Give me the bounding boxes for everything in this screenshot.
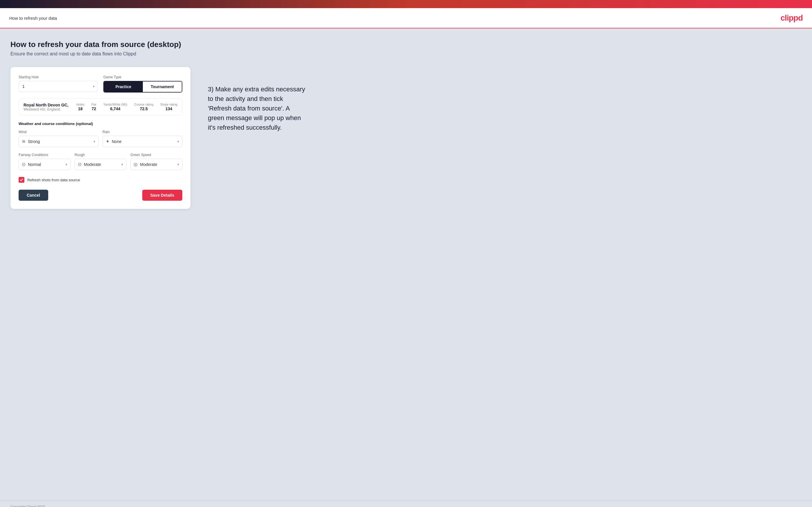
course-rating-value: 72.5 bbox=[140, 106, 148, 111]
tournament-button[interactable]: Tournament bbox=[143, 81, 182, 92]
footer: Copyright Clippd 2022 bbox=[0, 501, 812, 507]
rough-value: Moderate bbox=[84, 162, 101, 167]
sidebar-description: 3) Make any extra edits necessary to the… bbox=[208, 84, 307, 132]
stat-par: Par 72 bbox=[92, 103, 96, 111]
starting-hole-select[interactable]: 1 bbox=[18, 81, 98, 92]
fairway-group: Fairway Conditions ⊙ Normal ▾ bbox=[18, 153, 70, 170]
wind-select[interactable]: ≋ Strong ▾ bbox=[18, 136, 98, 147]
stat-slope-rating: Slope rating 134 bbox=[160, 103, 177, 111]
green-speed-select[interactable]: ◎ Moderate ▾ bbox=[130, 159, 182, 170]
slope-rating-label: Slope rating bbox=[160, 103, 177, 106]
rain-select[interactable]: ✦ None ▾ bbox=[102, 136, 182, 147]
header-title: How to refresh your data bbox=[9, 16, 57, 20]
stat-course-rating: Course rating 72.5 bbox=[134, 103, 153, 111]
yards-value: 6,744 bbox=[110, 106, 120, 111]
game-type-toggle: Practice Tournament bbox=[103, 81, 182, 93]
stat-holes: Holes 18 bbox=[77, 103, 85, 111]
rough-arrow-icon: ▾ bbox=[121, 162, 123, 167]
starting-hole-group: Starting Hole 1 ▾ bbox=[18, 75, 98, 93]
rough-select-wrapper: ⊙ Moderate ▾ bbox=[74, 159, 126, 170]
rain-value: None bbox=[112, 139, 121, 144]
form-actions: Cancel Save Details bbox=[18, 190, 182, 201]
stat-yards: Yards/White (M)) 6,744 bbox=[103, 103, 127, 111]
page-subtitle: Ensure the correct and most up to date d… bbox=[10, 51, 802, 57]
holes-value: 18 bbox=[78, 106, 83, 111]
course-name-block: Royal North Devon GC, Westward Ho!, Engl… bbox=[23, 103, 68, 111]
top-bar bbox=[0, 0, 812, 8]
rain-label: Rain bbox=[102, 130, 182, 134]
copyright-text: Copyright Clippd 2022 bbox=[10, 505, 45, 507]
rain-select-wrapper: ✦ None ▾ bbox=[102, 136, 182, 147]
game-type-label: Game Type bbox=[103, 75, 182, 79]
conditions-title: Weather and course conditions (optional) bbox=[18, 121, 182, 126]
green-speed-label: Green Speed bbox=[130, 153, 182, 157]
conditions-row2: Fairway Conditions ⊙ Normal ▾ Rough ⊙ bbox=[18, 153, 182, 170]
fairway-icon: ⊙ bbox=[22, 162, 26, 167]
refresh-checkbox[interactable] bbox=[18, 177, 24, 183]
refresh-checkbox-row: Refresh shots from data source bbox=[18, 177, 182, 183]
course-header: Royal North Devon GC, Westward Ho!, Engl… bbox=[23, 103, 177, 111]
logo: clippd bbox=[781, 13, 803, 22]
rain-icon: ✦ bbox=[106, 138, 109, 144]
conditions-grid-1: Wind ≋ Strong ▾ Rain bbox=[18, 130, 182, 147]
form-row-top: Starting Hole 1 ▾ Game Type Practice Tou… bbox=[18, 75, 182, 93]
fairway-label: Fairway Conditions bbox=[18, 153, 70, 157]
content-layout: Starting Hole 1 ▾ Game Type Practice Tou… bbox=[10, 67, 802, 209]
course-location: Westward Ho!, England bbox=[23, 107, 68, 111]
course-info: Royal North Devon GC, Westward Ho!, Engl… bbox=[18, 98, 182, 116]
refresh-label: Refresh shots from data source bbox=[27, 178, 80, 182]
header: How to refresh your data clippd bbox=[0, 8, 812, 29]
par-label: Par bbox=[92, 103, 96, 106]
par-value: 72 bbox=[92, 106, 96, 111]
cancel-button[interactable]: Cancel bbox=[18, 190, 48, 201]
wind-icon: ≋ bbox=[22, 138, 26, 144]
rough-group: Rough ⊙ Moderate ▾ bbox=[74, 153, 126, 170]
wind-select-wrapper: ≋ Strong ▾ bbox=[18, 136, 98, 147]
rain-arrow-icon: ▾ bbox=[177, 139, 179, 144]
form-card: Starting Hole 1 ▾ Game Type Practice Tou… bbox=[10, 67, 191, 209]
holes-label: Holes bbox=[77, 103, 85, 106]
rough-label: Rough bbox=[74, 153, 126, 157]
green-speed-icon: ◎ bbox=[134, 162, 138, 167]
course-stats: Holes 18 Par 72 Yards/White (M)) 6,744 bbox=[77, 103, 177, 111]
green-speed-arrow-icon: ▾ bbox=[177, 162, 179, 167]
checkmark-icon bbox=[20, 178, 23, 181]
green-speed-value: Moderate bbox=[140, 162, 157, 167]
save-button[interactable]: Save Details bbox=[142, 190, 183, 201]
main-content: How to refresh your data from source (de… bbox=[0, 29, 812, 501]
wind-group: Wind ≋ Strong ▾ bbox=[18, 130, 98, 147]
fairway-select[interactable]: ⊙ Normal ▾ bbox=[18, 159, 70, 170]
fairway-arrow-icon: ▾ bbox=[66, 162, 67, 167]
wind-label: Wind bbox=[18, 130, 98, 134]
rough-icon: ⊙ bbox=[78, 162, 82, 167]
rain-group: Rain ✦ None ▾ bbox=[102, 130, 182, 147]
fairway-value: Normal bbox=[28, 162, 41, 167]
course-rating-label: Course rating bbox=[134, 103, 153, 106]
green-speed-select-wrapper: ◎ Moderate ▾ bbox=[130, 159, 182, 170]
fairway-select-wrapper: ⊙ Normal ▾ bbox=[18, 159, 70, 170]
wind-arrow-icon: ▾ bbox=[94, 139, 95, 144]
rough-select[interactable]: ⊙ Moderate ▾ bbox=[74, 159, 126, 170]
practice-button[interactable]: Practice bbox=[104, 81, 143, 92]
yards-label: Yards/White (M)) bbox=[103, 103, 127, 106]
starting-hole-label: Starting Hole bbox=[18, 75, 98, 79]
wind-value: Strong bbox=[28, 139, 40, 144]
page-title: How to refresh your data from source (de… bbox=[10, 40, 802, 49]
sidebar-text: 3) Make any extra edits necessary to the… bbox=[208, 67, 307, 132]
starting-hole-wrapper: 1 ▾ bbox=[18, 81, 98, 92]
green-speed-group: Green Speed ◎ Moderate ▾ bbox=[130, 153, 182, 170]
game-type-group: Game Type Practice Tournament bbox=[103, 75, 182, 93]
course-name: Royal North Devon GC, bbox=[23, 103, 68, 107]
slope-rating-value: 134 bbox=[165, 106, 172, 111]
